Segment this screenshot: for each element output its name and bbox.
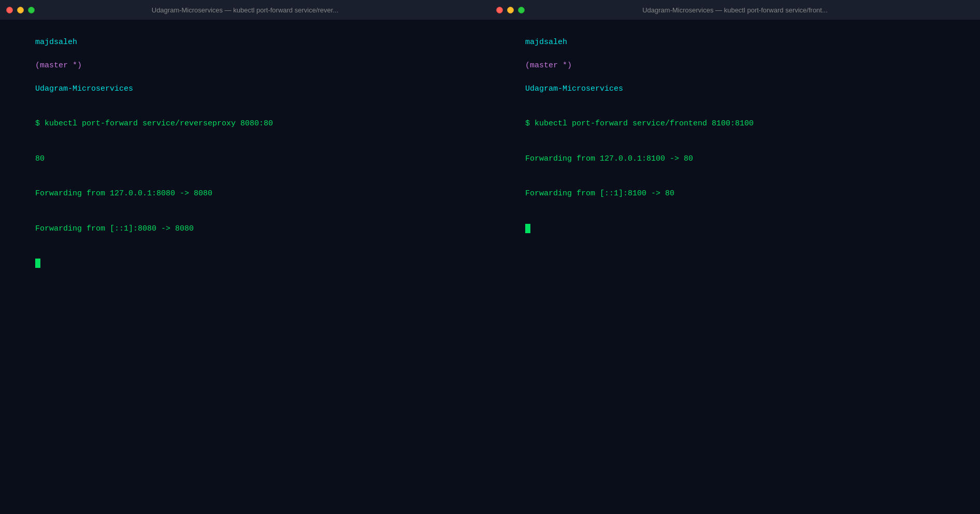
right-prompt-line: majdsaleh (master *) Udagram-Microservic… — [497, 25, 973, 107]
right-terminal-body[interactable]: majdsaleh (master *) Udagram-Microservic… — [490, 20, 980, 514]
right-command-text: $ kubectl port-forward service/frontend … — [525, 119, 754, 128]
right-title-text: Udagram-Microservices — kubectl port-for… — [642, 6, 828, 14]
left-output-text-1: Forwarding from 127.0.0.1:8080 -> 8080 — [35, 189, 212, 198]
left-prompt-line: majdsaleh (master *) Udagram-Microservic… — [7, 25, 483, 107]
right-command-line: $ kubectl port-forward service/frontend … — [497, 107, 973, 142]
left-command-line: $ kubectl port-forward service/reversepr… — [7, 107, 483, 142]
right-output-text-2: Forwarding from [::1]:8100 -> 80 — [525, 189, 674, 198]
left-cursor-line — [7, 247, 483, 282]
left-terminal[interactable]: Udagram-Microservices — kubectl port-for… — [0, 0, 490, 514]
right-output-text-1: Forwarding from 127.0.0.1:8100 -> 80 — [525, 154, 693, 163]
left-prompt-user: majdsaleh — [35, 38, 77, 47]
right-maximize-button[interactable] — [518, 7, 525, 13]
right-output-line-1: Forwarding from 127.0.0.1:8100 -> 80 — [497, 141, 973, 177]
left-terminal-body[interactable]: majdsaleh (master *) Udagram-Microservic… — [0, 20, 490, 514]
right-minimize-button[interactable] — [507, 7, 514, 13]
left-prompt-dir: Udagram-Microservices — [35, 84, 133, 93]
left-cursor — [35, 259, 40, 268]
left-continuation-text: 80 — [35, 154, 45, 163]
left-minimize-button[interactable] — [17, 7, 24, 13]
left-command-continuation: 80 — [7, 141, 483, 177]
right-cursor — [525, 224, 530, 233]
right-close-button[interactable] — [496, 7, 503, 13]
left-prompt-branch: (master *) — [35, 61, 82, 70]
left-output-line-1: Forwarding from 127.0.0.1:8080 -> 8080 — [7, 177, 483, 212]
left-output-text-2: Forwarding from [::1]:8080 -> 8080 — [35, 224, 194, 233]
left-maximize-button[interactable] — [28, 7, 35, 13]
right-prompt-dir: Udagram-Microservices — [525, 84, 623, 93]
right-cursor-line — [497, 211, 973, 247]
right-title-bar: Udagram-Microservices — kubectl port-for… — [490, 0, 980, 20]
right-prompt-user: majdsaleh — [525, 38, 567, 47]
right-output-line-2: Forwarding from [::1]:8100 -> 80 — [497, 177, 973, 212]
left-title-bar: Udagram-Microservices — kubectl port-for… — [0, 0, 490, 20]
left-title-text: Udagram-Microservices — kubectl port-for… — [152, 6, 339, 14]
left-close-button[interactable] — [6, 7, 13, 13]
left-command-text: $ kubectl port-forward service/reversepr… — [35, 119, 273, 128]
right-terminal[interactable]: Udagram-Microservices — kubectl port-for… — [490, 0, 980, 514]
right-prompt-branch: (master *) — [525, 61, 572, 70]
left-output-line-2: Forwarding from [::1]:8080 -> 8080 — [7, 211, 483, 247]
